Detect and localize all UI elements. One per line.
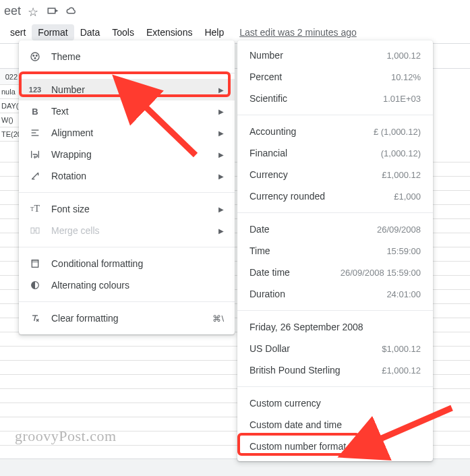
number-format-custom-number[interactable]: Custom number format	[237, 436, 433, 457]
label: Custom date and time	[249, 419, 421, 430]
star-icon[interactable]: ☆	[28, 5, 40, 17]
sheet-left-edge: 022 nula DAY( W() TE(20	[0, 69, 20, 142]
example: 1,000.12	[386, 51, 421, 61]
separator	[19, 73, 235, 73]
cloud-icon[interactable]	[65, 5, 78, 17]
menu-format[interactable]: Format	[32, 24, 74, 40]
separator	[237, 212, 433, 213]
label: Currency rounded	[249, 191, 394, 202]
example: $1,000.12	[382, 344, 421, 354]
titlebar: eet ☆	[0, 0, 470, 22]
chevron-right-icon: ▶	[218, 206, 224, 213]
number-format-long-date[interactable]: Friday, 26 September 2008	[237, 316, 433, 338]
example: 15:59:00	[386, 246, 421, 256]
submenu-scroll[interactable]: Number1,000.12 Percent10.12% Scientific1…	[237, 44, 433, 457]
menu-font-size[interactable]: TT Font size ▶	[19, 198, 235, 220]
merge-icon	[28, 224, 42, 237]
label: Number	[249, 50, 386, 61]
label: Percent	[249, 71, 391, 82]
menu-label: Font size	[51, 204, 90, 214]
cell[interactable]: TE(20	[0, 127, 20, 142]
menu-theme[interactable]: Theme	[19, 46, 235, 67]
menu-help[interactable]: Help	[198, 24, 230, 40]
menu-rotation[interactable]: Rotation ▶	[19, 165, 235, 187]
example: 24:01:00	[386, 289, 421, 299]
separator	[237, 386, 433, 387]
menu-extensions[interactable]: Extensions	[140, 24, 198, 40]
menu-label: Theme	[51, 51, 81, 62]
cell[interactable]: DAY(	[0, 99, 20, 113]
number-format-time[interactable]: Time15:59:00	[237, 240, 433, 262]
bold-icon: B	[28, 105, 42, 118]
svg-rect-10	[36, 228, 39, 233]
number-format-scientific[interactable]: Scientific1.01E+03	[237, 88, 433, 109]
menu-label: Clear formatting	[51, 313, 119, 324]
example: 1.01E+03	[383, 94, 421, 104]
number-format-financial[interactable]: Financial(1,000.12)	[237, 142, 433, 164]
label: Duration	[249, 289, 386, 299]
menu-tools[interactable]: Tools	[106, 24, 140, 40]
number-format-custom-currency[interactable]: Custom currency	[237, 392, 433, 414]
last-edit-link[interactable]: Last edit was 2 minutes ago	[239, 27, 357, 38]
menu-label: Rotation	[51, 171, 86, 181]
menu-data[interactable]: Data	[74, 24, 107, 40]
menu-insert[interactable]: sert	[4, 24, 32, 40]
alternating-icon	[28, 278, 42, 292]
label: British Pound Sterling	[249, 365, 382, 376]
rotation-icon	[28, 169, 42, 183]
number-format-percent[interactable]: Percent10.12%	[237, 66, 433, 88]
clear-format-icon	[28, 311, 42, 325]
menu-merge-cells: Merge cells ▶	[19, 220, 235, 241]
separator	[19, 301, 235, 302]
wrap-icon	[28, 148, 42, 161]
number-format-date[interactable]: Date26/09/2008	[237, 218, 433, 240]
example: 10.12%	[391, 72, 421, 82]
chevron-right-icon: ▶	[218, 173, 224, 180]
number-icon: 123	[28, 83, 42, 96]
move-icon[interactable]	[47, 5, 59, 17]
number-format-duration[interactable]: Duration24:01:00	[237, 283, 433, 305]
chevron-right-icon: ▶	[218, 86, 224, 94]
label: Date time	[249, 267, 341, 278]
menu-wrapping[interactable]: Wrapping ▶	[19, 144, 235, 165]
number-format-accounting[interactable]: Accounting£ (1,000.12)	[237, 121, 433, 142]
separator	[19, 247, 235, 247]
menu-label: Merge cells	[51, 225, 100, 236]
cell[interactable]: nula	[0, 85, 20, 99]
menu-alternating-colours[interactable]: Alternating colours	[19, 274, 235, 296]
menu-label: Alternating colours	[51, 280, 129, 291]
label: Financial	[249, 148, 381, 158]
example: £1,000.12	[382, 365, 421, 376]
menu-text[interactable]: B Text ▶	[19, 100, 235, 122]
chevron-right-icon: ▶	[218, 129, 224, 137]
number-format-currency-rounded[interactable]: Currency rounded£1,000	[237, 185, 433, 207]
menu-label: Alignment	[51, 127, 93, 138]
label: US Dollar	[249, 343, 382, 354]
example: £1,000.12	[382, 170, 421, 180]
svg-point-0	[31, 53, 39, 61]
label: Accounting	[249, 126, 374, 137]
number-format-custom-datetime[interactable]: Custom date and time	[237, 414, 433, 436]
menu-number[interactable]: 123 Number ▶	[19, 79, 235, 100]
number-format-usd[interactable]: US Dollar$1,000.12	[237, 338, 433, 359]
menu-clear-formatting[interactable]: Clear formatting ⌘\	[19, 307, 235, 329]
label: Currency	[249, 169, 382, 180]
number-format-number[interactable]: Number1,000.12	[237, 44, 433, 66]
number-format-currency[interactable]: Currency£1,000.12	[237, 164, 433, 185]
menu-conditional-formatting[interactable]: Conditional formatting	[19, 253, 235, 274]
conditional-icon	[28, 257, 42, 270]
chevron-right-icon: ▶	[218, 227, 224, 235]
number-format-datetime[interactable]: Date time26/09/2008 15:59:00	[237, 262, 433, 283]
label: Custom number format	[249, 441, 421, 452]
svg-point-3	[34, 57, 36, 59]
separator	[237, 310, 433, 311]
menu-alignment[interactable]: Alignment ▶	[19, 122, 235, 144]
cell[interactable]: W()	[0, 113, 20, 127]
number-format-gbp[interactable]: British Pound Sterling£1,000.12	[237, 359, 433, 381]
svg-rect-9	[31, 228, 34, 233]
watermark: groovyPost.com	[15, 427, 117, 445]
doc-name[interactable]: eet	[4, 4, 21, 18]
theme-icon	[28, 50, 42, 63]
example: £1,000	[394, 191, 421, 202]
label: Time	[249, 245, 386, 256]
